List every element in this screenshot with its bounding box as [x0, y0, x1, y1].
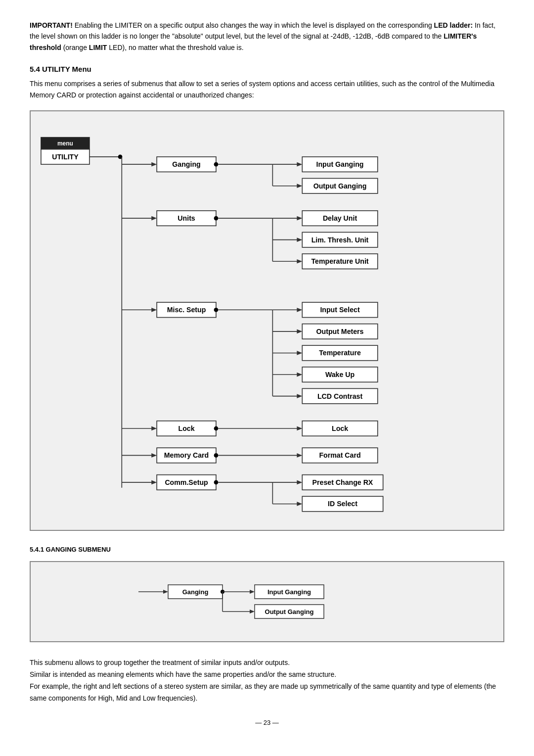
arrow-preset: [297, 480, 302, 484]
intro-paragraph: IMPORTANT! Enabling the LIMITER on a spe…: [30, 20, 504, 53]
bottom-text-block: This submenu allows to group together th…: [30, 657, 504, 704]
lock-text: Lock: [178, 425, 195, 432]
arrow-ganging: [151, 162, 157, 167]
dot-units: [214, 216, 219, 221]
delay-unit-text: Delay Unit: [323, 214, 357, 222]
intro-text3: (orange: [61, 44, 89, 51]
arrow-lock-sub: [297, 426, 302, 431]
arrow-comm: [151, 480, 157, 484]
arrow-temp-unit: [297, 259, 302, 264]
format-card-text: Format Card: [319, 451, 360, 459]
ganging-in-arrow: [163, 590, 168, 594]
temp-unit-text: Temperature Unit: [311, 257, 368, 265]
arrow-output-ganging: [297, 184, 302, 188]
dot-ganging: [214, 162, 219, 167]
arrow-output-meters: [297, 329, 302, 333]
ganging-submenu-diagram: Ganging Input Ganging Output Ganging: [30, 561, 504, 642]
arrow-format-card: [297, 453, 302, 458]
intro-text1: Enabling the LIMITER on a specific outpu…: [73, 21, 434, 29]
utility-menu-diagram: menu menu UTILITY Ganging Input Ganging: [30, 110, 504, 531]
arrow-wake-up: [297, 373, 302, 377]
page-number: — 23 —: [30, 719, 504, 726]
diagram-svg: menu menu UTILITY Ganging Input Ganging: [36, 121, 493, 520]
id-select-text: ID Select: [328, 500, 357, 508]
dot-misc: [214, 308, 219, 312]
arrow-misc: [151, 308, 157, 312]
units-text: Units: [178, 214, 195, 222]
bottom-line3: For example, the right and left sections…: [30, 681, 504, 705]
comm-setup-text: Comm.Setup: [165, 478, 208, 486]
led-ladder-label: LED ladder:: [434, 21, 473, 29]
arrow-lock: [151, 426, 157, 431]
output-meters-text: Output Meters: [316, 328, 364, 335]
section-desc: This menu comprises a series of submenus…: [30, 78, 504, 100]
ganging-submenu-title: 5.4.1 GANGING SUBMENU: [30, 546, 504, 553]
input-ganging-sub-text: Input Ganging: [267, 588, 311, 596]
menu-label-text2: menu: [57, 140, 73, 147]
arrow-units: [151, 216, 157, 221]
lcd-contrast-text: LCD Contrast: [317, 392, 363, 400]
arrow-lcd-contrast: [297, 394, 302, 398]
preset-change-text: Preset Change RX: [312, 478, 373, 486]
arrow-lim-thresh: [297, 237, 302, 242]
output-ganging-text: Output Ganging: [313, 182, 367, 190]
intro-text4: LED), no matter what the threshold value…: [107, 44, 243, 51]
lock-sub-text: Lock: [332, 425, 348, 432]
arrow-temperature: [297, 351, 302, 355]
limit-label: LIMIT: [89, 44, 107, 51]
dot-comm: [214, 480, 219, 484]
wake-up-text: Wake Up: [325, 371, 355, 378]
section-title: 5.4 UTILITY Menu: [30, 65, 504, 73]
ganging-sub-text: Ganging: [182, 588, 209, 596]
important-label: IMPORTANT!: [30, 21, 73, 29]
utility-label-text: UTILITY: [52, 153, 79, 161]
output-ganging-sub-text: Output Ganging: [265, 608, 314, 615]
arrow-id-select: [297, 502, 302, 506]
bottom-line1: This submenu allows to group together th…: [30, 657, 504, 669]
ganging-text: Ganging: [172, 160, 200, 168]
arrow-og: [250, 610, 255, 614]
dot-lock: [214, 426, 219, 431]
input-select-text: Input Select: [320, 306, 360, 314]
memory-card-text: Memory Card: [164, 451, 209, 459]
arrow-input-select: [297, 308, 302, 312]
dot-memory: [214, 453, 219, 458]
ganging-svg: Ganging Input Ganging Output Ganging: [129, 572, 405, 631]
arrow-ig: [250, 590, 255, 594]
bottom-line2: Similar is intended as meaning elements …: [30, 669, 504, 681]
misc-setup-text: Misc. Setup: [167, 306, 206, 314]
arrow-delay-unit: [297, 216, 302, 221]
arrow-memory: [151, 453, 157, 458]
temperature-text: Temperature: [319, 349, 361, 357]
lim-thresh-text: Lim. Thresh. Unit: [312, 236, 369, 244]
arrow-input-ganging: [297, 162, 302, 167]
input-ganging-text: Input Ganging: [316, 160, 364, 168]
